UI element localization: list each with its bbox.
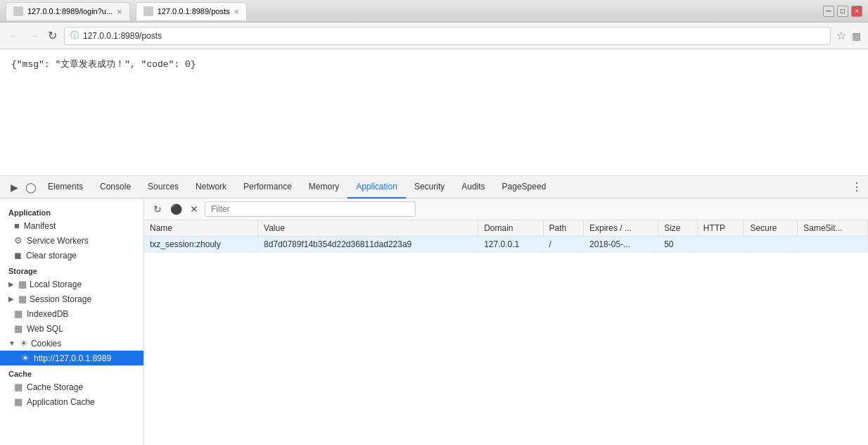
local-storage-icon: ▦ [18,279,27,289]
cookies-url-icon: ☀ [21,353,30,363]
tab-audits[interactable]: Audits [453,176,493,199]
cell-path: / [543,237,583,253]
window-close[interactable]: × [851,6,862,17]
devtools-panel: ▶ ◯ Elements Console Sources Network Per… [0,176,868,445]
sidebar-item-clear-storage[interactable]: ◼ Clear storage [0,248,143,263]
tab-memory[interactable]: Memory [300,176,347,199]
service-workers-icon: ⚙ [14,235,23,246]
bookmark-icon[interactable]: ☆ [836,29,846,42]
col-size: Size [658,220,698,237]
tab-title-1: 127.0.0.1:8989/login?u... [27,7,113,15]
browser-tab-2[interactable]: 127.0.0.1:8989/posts × [136,2,247,20]
sidebar-item-application-cache[interactable]: ▦ Application Cache [0,394,143,409]
indexeddb-icon: ▦ [14,308,23,319]
cell-secure [744,237,798,253]
cell-size: 50 [658,237,698,253]
cookie-table-container: Name Value Domain Path Expires / ... Siz… [144,220,868,445]
main-content-area: ↻ ⚫ ✕ Name Value Domain Path Expires / .… [144,199,868,445]
tab-network[interactable]: Network [187,176,235,199]
tab-application[interactable]: Application [347,176,406,199]
sidebar-item-cache-storage[interactable]: ▦ Cache Storage [0,380,143,394]
devtools-tabbar: ▶ ◯ Elements Console Sources Network Per… [0,176,868,199]
session-storage-icon: ▦ [18,294,27,304]
expand-local-storage: ▶ [8,280,14,288]
content-toolbar: ↻ ⚫ ✕ [144,199,868,220]
col-path: Path [543,220,583,237]
nav-back[interactable]: ← [7,28,21,44]
nav-forward[interactable]: → [27,28,41,44]
window-controls: ─ □ × [823,6,862,17]
sidebar-section-cache: Cache [0,365,143,380]
devtools-mobile-icon[interactable]: ◯ [23,179,39,196]
sidebar-item-cookies-url[interactable]: ☀ http://127.0.0.1:8989 [0,351,143,365]
table-header-row: Name Value Domain Path Expires / ... Siz… [144,220,868,237]
browser-titlebar: 127.0.0.1:8989/login?u... × 127.0.0.1:89… [0,0,868,23]
expand-cookies: ▼ [8,339,15,347]
sidebar-item-local-storage[interactable]: ▶ ▦ Local Storage [0,277,143,292]
tab-title-2: 127.0.0.1:8989/posts [158,7,230,15]
sidebar-section-application: Application [0,204,143,218]
tab-close-1[interactable]: × [117,6,122,17]
col-http: HTTP [697,220,744,237]
table-row[interactable]: txz_session:zhouly8d7d0789f14b354d22d368… [144,237,868,253]
cookies-group-icon: ☀ [20,338,28,349]
col-name: Name [144,220,258,237]
window-minimize[interactable]: ─ [823,6,834,17]
tab-favicon-1 [13,6,23,16]
tab-elements[interactable]: Elements [39,176,91,199]
col-expires: Expires / ... [584,220,658,237]
expand-session-storage: ▶ [8,295,14,303]
address-bar[interactable]: ⓘ 127.0.0.1:8989/posts [64,27,831,45]
tab-close-2[interactable]: × [234,6,239,17]
browser-tab-1[interactable]: 127.0.0.1:8989/login?u... × [6,2,130,20]
devtools-sidebar: Application ■ Manifest ⚙ Service Workers… [0,199,144,445]
tab-sources[interactable]: Sources [139,176,187,199]
sidebar-item-indexeddb[interactable]: ▦ IndexedDB [0,306,143,321]
cell-domain: 127.0.0.1 [478,237,543,253]
page-content: {"msg": "文章发表成功！", "code": 0} [0,49,868,176]
clear-storage-icon: ◼ [14,250,22,261]
sidebar-section-storage: Storage [0,263,143,277]
tab-security[interactable]: Security [406,176,453,199]
col-secure: Secure [744,220,798,237]
window-maximize[interactable]: □ [837,6,848,17]
sidebar-item-service-workers[interactable]: ⚙ Service Workers [0,233,143,248]
cookie-table: Name Value Domain Path Expires / ... Siz… [144,220,868,253]
lock-icon: ⓘ [70,30,79,42]
manifest-icon: ■ [14,220,20,231]
cell-samesite [798,237,868,253]
clear-button[interactable]: ⚫ [168,201,184,217]
refresh-button[interactable]: ↻ [150,201,165,217]
col-domain: Domain [478,220,543,237]
tab-console[interactable]: Console [91,176,139,199]
nav-refresh[interactable]: ↻ [46,27,58,44]
cell-http [697,237,744,253]
sidebar-item-manifest[interactable]: ■ Manifest [0,218,143,233]
filter-input[interactable] [205,201,416,217]
devtools-body: Application ■ Manifest ⚙ Service Workers… [0,199,868,445]
devtools-cursor-icon[interactable]: ▶ [6,179,23,196]
delete-button[interactable]: ✕ [186,201,202,217]
devtools-more-tabs[interactable]: ⋮ [851,180,862,194]
cell-name: txz_session:zhouly [144,237,258,253]
tab-pagespeed[interactable]: PageSpeed [494,176,555,199]
cast-icon[interactable]: ▩ [852,30,861,42]
websql-icon: ▦ [14,323,23,334]
col-value: Value [258,220,478,237]
tab-favicon-2 [143,6,153,16]
col-samesite: SameSit... [798,220,868,237]
cache-storage-icon: ▦ [14,382,23,392]
sidebar-item-session-storage[interactable]: ▶ ▦ Session Storage [0,292,143,306]
sidebar-item-websql[interactable]: ▦ Web SQL [0,321,143,336]
address-text: 127.0.0.1:8989/posts [83,31,824,41]
cell-value: 8d7d0789f14b354d22d36811dad223a9 [258,237,478,253]
json-response: {"msg": "文章发表成功！", "code": 0} [11,58,857,70]
tab-performance[interactable]: Performance [235,176,300,199]
cell-expires: 2018-05-... [584,237,658,253]
sidebar-item-cookies-group[interactable]: ▼ ☀ Cookies [0,336,143,351]
browser-addressbar: ← → ↻ ⓘ 127.0.0.1:8989/posts ☆ ▩ [0,23,868,49]
application-cache-icon: ▦ [14,396,23,407]
